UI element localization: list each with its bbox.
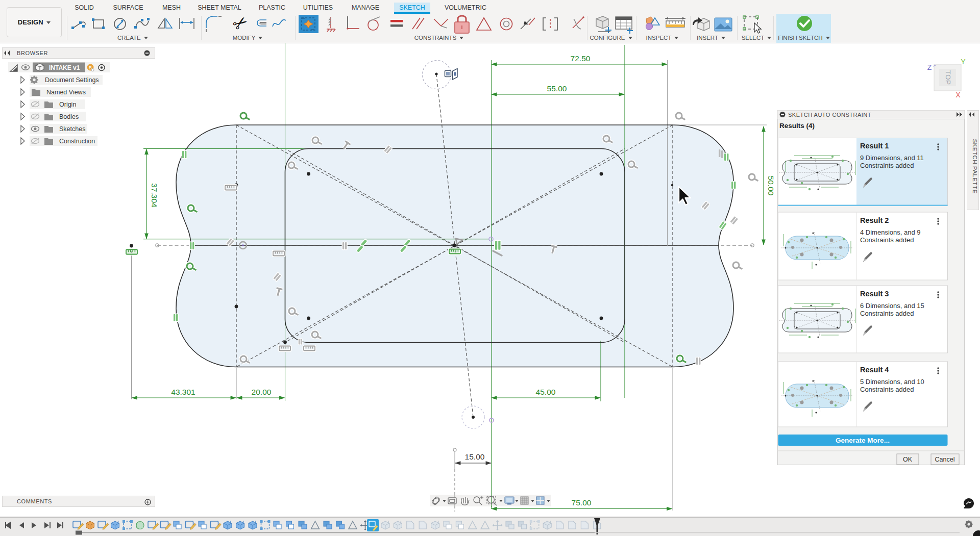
svg-text:Named Views: Named Views bbox=[46, 89, 86, 96]
svg-text:Origin: Origin bbox=[59, 101, 76, 108]
svg-text:50.00: 50.00 bbox=[767, 176, 775, 196]
svg-text:Constraints added: Constraints added bbox=[860, 310, 914, 317]
svg-text:Z: Z bbox=[927, 63, 932, 71]
svg-text:6 Dimensions, and 15: 6 Dimensions, and 15 bbox=[860, 302, 924, 310]
svg-text:Result 3: Result 3 bbox=[860, 290, 889, 298]
svg-text:45.00: 45.00 bbox=[536, 388, 556, 396]
svg-text:Constraints added: Constraints added bbox=[860, 386, 914, 393]
svg-text:4 Dimensions, and 9: 4 Dimensions, and 9 bbox=[860, 228, 921, 236]
svg-text:55.00: 55.00 bbox=[547, 84, 567, 93]
svg-text:TOP: TOP bbox=[944, 70, 952, 85]
svg-text:Constraints added: Constraints added bbox=[860, 236, 914, 244]
svg-text:SKETCH PALETTE: SKETCH PALETTE bbox=[972, 139, 978, 193]
svg-text:15.00: 15.00 bbox=[465, 452, 485, 461]
svg-text:X: X bbox=[955, 91, 961, 99]
svg-text:9 Dimensions, and 11: 9 Dimensions, and 11 bbox=[860, 154, 924, 162]
svg-text:Y: Y bbox=[961, 58, 966, 66]
svg-text:Document Settings: Document Settings bbox=[45, 76, 99, 84]
svg-text:Result 2: Result 2 bbox=[860, 216, 889, 224]
svg-text:Constraints added: Constraints added bbox=[860, 162, 914, 169]
svg-text:43.301: 43.301 bbox=[171, 388, 195, 396]
svg-text:75.00: 75.00 bbox=[572, 498, 592, 507]
svg-text:Construction: Construction bbox=[59, 138, 95, 145]
svg-text:Bodies: Bodies bbox=[59, 113, 79, 120]
svg-text:Result 1: Result 1 bbox=[860, 142, 889, 150]
svg-text:Generate More...: Generate More... bbox=[836, 437, 890, 444]
svg-text:72.50: 72.50 bbox=[571, 54, 591, 63]
svg-text:OK: OK bbox=[903, 456, 913, 463]
svg-text:SKETCH AUTO CONSTRAINT: SKETCH AUTO CONSTRAINT bbox=[788, 112, 871, 118]
svg-text:20.00: 20.00 bbox=[252, 388, 272, 396]
svg-text:INTAKE v1: INTAKE v1 bbox=[49, 64, 80, 71]
svg-text:Results (4): Results (4) bbox=[779, 122, 815, 130]
svg-text:37.304: 37.304 bbox=[150, 183, 159, 208]
svg-text:Cancel: Cancel bbox=[935, 456, 955, 463]
svg-text:Result 4: Result 4 bbox=[860, 366, 889, 374]
svg-text:✂: ✂ bbox=[229, 14, 252, 35]
svg-text:5 Dimensions, and 10: 5 Dimensions, and 10 bbox=[860, 378, 924, 386]
svg-text:Sketches: Sketches bbox=[59, 125, 85, 133]
